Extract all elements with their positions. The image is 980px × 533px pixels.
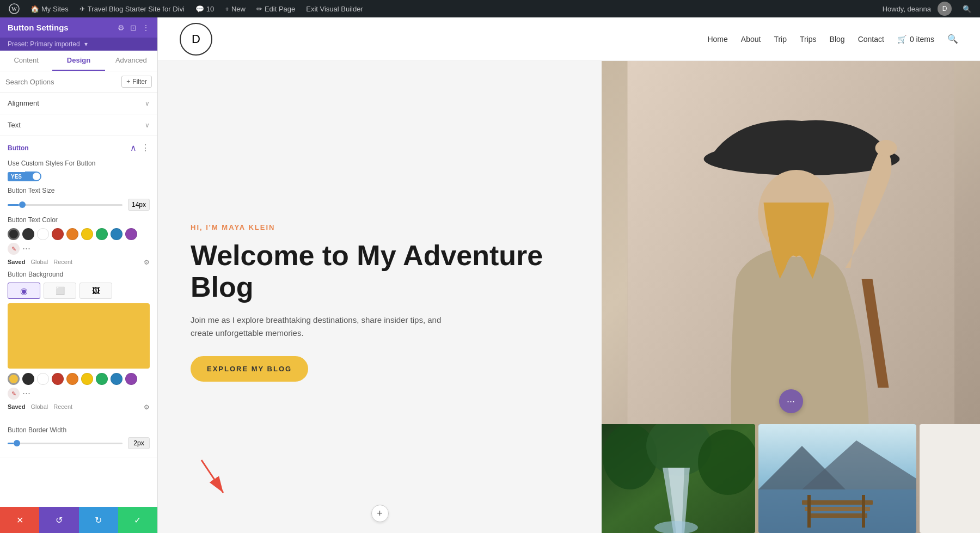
swatch-darkgray[interactable]	[22, 228, 34, 240]
search-admin-item[interactable]: 🔍	[958, 0, 976, 17]
hero-cta-button[interactable]: EXPLORE MY BLOG	[191, 356, 308, 382]
custom-styles-toggle[interactable]: YES	[8, 171, 150, 181]
bg-swatch-yellow[interactable]	[8, 373, 20, 385]
bg-swatch-white[interactable]	[37, 373, 49, 385]
bg-color-btn[interactable]: ◉	[8, 283, 40, 299]
bg-color-more-icon[interactable]: ···	[22, 388, 30, 400]
swatch-blue[interactable]	[111, 228, 122, 240]
wp-logo-item[interactable]: W	[4, 0, 24, 17]
bg-swatch-green[interactable]	[96, 373, 108, 385]
nav-blog[interactable]: Blog	[830, 35, 845, 44]
border-width-value[interactable]: 2px	[128, 437, 150, 449]
swatch-black[interactable]	[8, 228, 20, 240]
swatch-red[interactable]	[52, 228, 64, 240]
bg-image-btn[interactable]: 🖼	[79, 283, 112, 299]
nav-trip[interactable]: Trip	[774, 35, 787, 44]
border-slider-track[interactable]	[8, 443, 122, 444]
toggle-switch	[25, 171, 41, 181]
alignment-header[interactable]: Alignment ∨	[0, 93, 157, 114]
swatch-white[interactable]	[37, 228, 49, 240]
bg-swatch-yellow2[interactable]	[81, 373, 93, 385]
hero-title: Welcome to My Adventure Blog	[191, 240, 569, 302]
add-section-button[interactable]: +	[371, 505, 389, 522]
site-logo[interactable]: D	[180, 23, 212, 56]
lake-svg	[758, 424, 916, 533]
cancel-button[interactable]: ✕	[0, 507, 39, 533]
swatch-purple[interactable]	[125, 228, 137, 240]
main-layout: Button Settings ⚙ ⊡ ⋮ Preset: Primary im…	[0, 0, 980, 533]
border-slider-fill	[8, 443, 14, 444]
nav-search-icon[interactable]: 🔍	[947, 34, 958, 44]
text-section: Text ∨	[0, 114, 157, 136]
button-section-header[interactable]: Button ∧ ⋮	[0, 136, 157, 160]
text-size-value[interactable]: 14px	[128, 199, 150, 211]
text-color-recent[interactable]: Recent	[53, 259, 72, 266]
tab-advanced[interactable]: Advanced	[105, 51, 157, 71]
text-color-more-icon[interactable]: ···	[22, 243, 30, 255]
nav-cart[interactable]: 🛒 0 items	[897, 35, 934, 44]
button-section-menu-icon[interactable]: ⋮	[141, 143, 150, 153]
bg-swatch-red[interactable]	[52, 373, 64, 385]
text-color-picker-icon[interactable]: ✎	[8, 243, 20, 255]
options-bubble-button[interactable]: ···	[779, 389, 803, 413]
nav-trips[interactable]: Trips	[800, 35, 817, 44]
swatch-yellow[interactable]	[81, 228, 93, 240]
nav-contact[interactable]: Contact	[858, 35, 884, 44]
text-header[interactable]: Text ∨	[0, 114, 157, 136]
bg-color-settings-icon[interactable]: ⚙	[144, 403, 150, 411]
bg-swatch-orange[interactable]	[66, 373, 78, 385]
text-size-slider-thumb[interactable]	[19, 201, 26, 208]
bg-swatch-purple[interactable]	[125, 373, 137, 385]
reset-button[interactable]: ↺	[39, 507, 78, 533]
toggle-knob	[33, 173, 40, 180]
my-sites-item[interactable]: 🏠 My Sites	[26, 0, 73, 17]
tab-content[interactable]: Content	[0, 51, 52, 71]
swatch-orange[interactable]	[66, 228, 78, 240]
edit-page-item[interactable]: ✏ Edit Page	[252, 0, 299, 17]
save-icon: ✓	[134, 515, 141, 525]
text-size-slider-row: 14px	[8, 199, 150, 211]
text-size-slider-track[interactable]	[8, 204, 122, 206]
bg-swatch-black[interactable]	[22, 373, 34, 385]
border-slider-thumb[interactable]	[14, 440, 20, 446]
bg-color-recent[interactable]: Recent	[53, 403, 72, 411]
panel-actions: ✕ ↺ ↻ ✓	[0, 507, 157, 533]
new-item[interactable]: + New	[220, 0, 250, 17]
panel-search-row: + Filter	[0, 71, 157, 93]
tab-design[interactable]: Design	[52, 51, 105, 71]
bg-gradient-btn[interactable]: ⬜	[44, 283, 76, 299]
avatar-item[interactable]: D	[933, 0, 956, 17]
photo-lake	[758, 424, 916, 533]
button-section-title: Button	[8, 144, 29, 152]
options-icon: ···	[787, 396, 795, 407]
filter-button[interactable]: + Filter	[121, 76, 152, 88]
panel-menu-icon[interactable]: ⋮	[142, 23, 150, 32]
panel-settings-icon[interactable]: ⚙	[118, 23, 125, 32]
save-button[interactable]: ✓	[118, 507, 157, 533]
bg-type-row: ◉ ⬜ 🖼	[8, 283, 150, 299]
text-color-saved[interactable]: Saved	[8, 259, 25, 266]
text-color-label-row: Button Text Color	[8, 216, 150, 224]
panel-layout-icon[interactable]: ⊡	[130, 23, 137, 32]
panel-header: Button Settings ⚙ ⊡ ⋮	[0, 17, 157, 38]
travel-blog-item[interactable]: ✈ Travel Blog Starter Site for Divi	[75, 0, 189, 17]
panel-preset[interactable]: Preset: Primary imported ▾	[0, 38, 157, 51]
exit-builder-item[interactable]: Exit Visual Builder	[302, 0, 367, 17]
bg-color-picker-icon[interactable]: ✎	[8, 388, 20, 400]
bg-swatch-blue[interactable]	[111, 373, 122, 385]
divi-panel: Button Settings ⚙ ⊡ ⋮ Preset: Primary im…	[0, 17, 158, 533]
bg-color-global[interactable]: Global	[30, 403, 48, 411]
swatch-green[interactable]	[96, 228, 108, 240]
text-color-settings-icon[interactable]: ⚙	[144, 259, 150, 266]
bg-color-saved[interactable]: Saved	[8, 403, 25, 411]
nav-about[interactable]: About	[741, 35, 761, 44]
bg-color-preview[interactable]	[8, 303, 150, 369]
alignment-arrow-icon: ∨	[145, 100, 150, 107]
site-nav: Home About Trip Trips Blog Contact	[707, 34, 958, 44]
search-input[interactable]	[5, 78, 118, 86]
nav-home[interactable]: Home	[707, 35, 727, 44]
text-color-global[interactable]: Global	[30, 259, 48, 266]
admin-bar: W 🏠 My Sites ✈ Travel Blog Starter Site …	[0, 0, 980, 17]
comments-item[interactable]: 💬 10	[191, 0, 218, 17]
redo-button[interactable]: ↻	[79, 507, 118, 533]
